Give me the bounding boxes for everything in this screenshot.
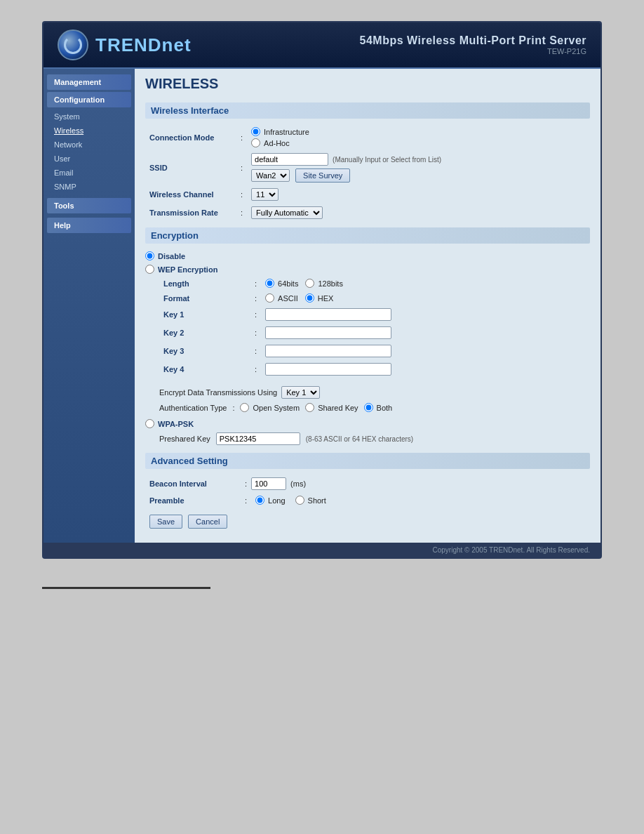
sidebar-item-network[interactable]: Network: [43, 138, 135, 152]
wep-label: WEP Encryption: [158, 265, 217, 274]
ascii-label: ASCII: [278, 294, 298, 303]
format-row: Format : ASCII: [159, 291, 590, 305]
key2-input[interactable]: [265, 326, 391, 339]
preamble-label: Preamble: [149, 496, 241, 505]
beacon-interval-row: Beacon Interval : (ms): [145, 475, 590, 493]
sidebar-item-snmp[interactable]: SNMP: [43, 180, 135, 194]
transmission-rate-label: Transmission Rate: [145, 204, 236, 222]
adhoc-option: Ad-Hoc: [251, 138, 586, 147]
infrastructure-option: Infrastructure: [251, 127, 586, 136]
ssid-input[interactable]: [251, 153, 328, 166]
bits64-label: 64bits: [278, 279, 298, 288]
wpa-psk-radio[interactable]: [145, 419, 154, 428]
sidebar-item-system[interactable]: System: [43, 110, 135, 124]
format-group: ASCII HEX: [265, 293, 586, 303]
key1-input[interactable]: [265, 308, 391, 321]
wep-option: WEP Encryption: [145, 263, 590, 276]
key4-row: Key 4 :: [159, 360, 590, 378]
preshared-key-label: Preshared Key: [159, 435, 210, 443]
key2-label: Key 2: [159, 324, 250, 342]
key2-row: Key 2 :: [159, 324, 590, 342]
brand-name: TRENDnet: [95, 34, 192, 56]
connection-mode-label: Connection Mode: [145, 124, 236, 150]
bits64-radio[interactable]: [265, 279, 274, 288]
sidebar-item-email[interactable]: Email: [43, 166, 135, 180]
advanced-setting-header: Advanced Setting: [145, 453, 590, 469]
wpa-psk-option: WPA-PSK: [145, 417, 590, 430]
preshared-key-input[interactable]: [216, 432, 300, 445]
key1-row: Key 1 :: [159, 305, 590, 324]
open-system-label: Open System: [253, 404, 300, 412]
key3-input[interactable]: [265, 345, 391, 357]
infrastructure-radio[interactable]: [251, 127, 260, 136]
wep-radio[interactable]: [145, 265, 154, 274]
wep-table: Length : 64bits: [159, 276, 590, 378]
wpa-psk-section: WPA-PSK Preshared Key (8-63 ASCII or 64 …: [145, 417, 590, 447]
beacon-interval-input[interactable]: [251, 477, 286, 490]
wireless-interface-table: Connection Mode : Infrastructure Ad: [145, 124, 590, 222]
ascii-radio[interactable]: [265, 293, 274, 303]
format-label: Format: [159, 291, 250, 305]
connection-mode-row: Connection Mode : Infrastructure Ad: [145, 124, 590, 150]
key4-input[interactable]: [265, 363, 391, 376]
adhoc-label: Ad-Hoc: [264, 139, 290, 147]
both-radio[interactable]: [364, 403, 373, 412]
site-survey-button[interactable]: Site Survey: [295, 168, 350, 183]
bits128-radio[interactable]: [305, 279, 314, 288]
content-area: WIRELESS Wireless Interface Connection M…: [135, 69, 601, 543]
ssid-label: SSID: [145, 150, 236, 185]
sidebar-item-user[interactable]: User: [43, 152, 135, 166]
wep-details: Length : 64bits: [159, 276, 590, 414]
preamble-row: Preamble : Long Short: [145, 493, 590, 508]
advanced-section: Beacon Interval : (ms) Preamble : Long: [145, 475, 590, 508]
infrastructure-label: Infrastructure: [264, 128, 309, 136]
encryption-header: Encryption: [145, 227, 590, 244]
encrypt-transmit-row: Encrypt Data Transmissions Using Key 1 K…: [159, 384, 590, 401]
bottom-decoration: [42, 587, 210, 589]
shared-key-label: Shared Key: [318, 404, 358, 412]
shared-key-radio[interactable]: [305, 403, 314, 412]
long-radio[interactable]: [255, 496, 264, 505]
product-title-text: 54Mbps Wireless Multi-Port Print Server: [360, 34, 586, 47]
save-button[interactable]: Save: [149, 515, 182, 529]
length-group: 64bits 128bits: [265, 279, 586, 288]
auth-type-label: Authentication Type: [159, 404, 227, 412]
wpa-psk-label: WPA-PSK: [158, 420, 194, 428]
header: TRENDnet 54Mbps Wireless Multi-Port Prin…: [43, 22, 601, 69]
sidebar-item-wireless[interactable]: Wireless: [43, 124, 135, 138]
long-label: Long: [268, 496, 285, 505]
wireless-channel-label: Wireless Channel: [145, 185, 236, 204]
footer-text: Copyright © 2005 TRENDnet. All Rights Re…: [432, 546, 590, 554]
configuration-header[interactable]: Configuration: [47, 92, 131, 107]
transmission-rate-row: Transmission Rate : Fully Automatic: [145, 204, 590, 222]
beacon-interval-label: Beacon Interval: [149, 479, 241, 488]
trendnet-logo-icon: [58, 29, 88, 60]
disable-radio[interactable]: [145, 251, 154, 260]
help-header[interactable]: Help: [47, 218, 131, 233]
wireless-channel-select[interactable]: 11: [251, 188, 279, 201]
wireless-interface-header: Wireless Interface: [145, 102, 590, 119]
key3-label: Key 3: [159, 342, 250, 360]
router-frame: TRENDnet 54Mbps Wireless Multi-Port Prin…: [42, 21, 602, 559]
short-radio[interactable]: [295, 496, 304, 505]
auth-type-row: Authentication Type : Open System Shared…: [159, 401, 590, 414]
product-info: 54Mbps Wireless Multi-Port Print Server …: [360, 34, 586, 55]
ssid-hint: (Manually Input or Select from List): [333, 156, 441, 164]
footer: Copyright © 2005 TRENDnet. All Rights Re…: [43, 543, 601, 557]
tools-header[interactable]: Tools: [47, 198, 131, 213]
button-row: Save Cancel: [145, 508, 590, 536]
ssid-dropdown[interactable]: Wan2: [251, 169, 290, 182]
disable-option: Disable: [145, 249, 590, 263]
management-header[interactable]: Management: [47, 74, 131, 90]
adhoc-radio[interactable]: [251, 138, 260, 147]
transmission-rate-select[interactable]: Fully Automatic: [251, 206, 323, 219]
encryption-section: Disable WEP Encryption Length :: [145, 249, 590, 447]
open-system-radio[interactable]: [240, 403, 249, 412]
both-label: Both: [377, 404, 393, 412]
key-select[interactable]: Key 1 Key 2 Key 3 Key 4: [281, 386, 320, 399]
hex-radio[interactable]: [305, 293, 314, 303]
hex-label: HEX: [318, 294, 334, 303]
preshared-key-hint: (8-63 ASCII or 64 HEX characters): [306, 435, 413, 443]
key1-label: Key 1: [159, 305, 250, 324]
cancel-button[interactable]: Cancel: [188, 515, 227, 529]
